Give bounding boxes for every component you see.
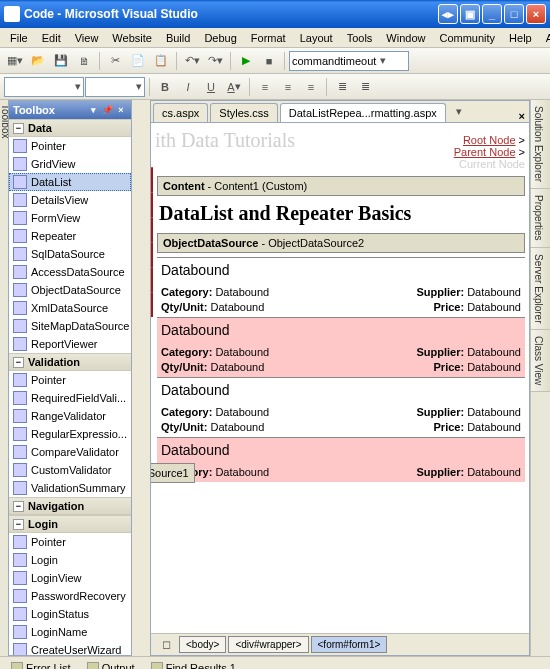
toolbox-item-pointer[interactable]: Pointer xyxy=(9,371,131,389)
document-tab[interactable]: DataListRepea...rmatting.aspx xyxy=(280,103,446,122)
toolbox-titlebar[interactable]: Toolbox ▾ 📌 × xyxy=(9,101,131,119)
toolbox-item-datalist[interactable]: DataList xyxy=(9,173,131,191)
design-canvas[interactable]: ith Data Tutorials Root Node > Parent No… xyxy=(151,123,529,633)
menu-community[interactable]: Community xyxy=(433,30,501,46)
save-button[interactable]: 💾 xyxy=(50,50,72,72)
menu-help[interactable]: Help xyxy=(503,30,538,46)
right-tab-solution-explorer[interactable]: Solution Explorer xyxy=(531,100,550,189)
tag-nav-item[interactable]: <div#wrapper> xyxy=(228,636,308,653)
datalist-row[interactable]: DataboundCategory: DataboundSupplier: Da… xyxy=(157,317,525,377)
cut-button[interactable]: ✂ xyxy=(104,50,126,72)
toolbox-item-rangevalidator[interactable]: RangeValidator xyxy=(9,407,131,425)
numbering-button[interactable]: ≣ xyxy=(354,76,376,98)
toolbox-item-comparevalidator[interactable]: CompareValidator xyxy=(9,443,131,461)
bold-button[interactable]: B xyxy=(154,76,176,98)
stop-button[interactable]: ■ xyxy=(258,50,280,72)
toolbox-item-customvalidator[interactable]: CustomValidator xyxy=(9,461,131,479)
toolbox-item-login[interactable]: Login xyxy=(9,551,131,569)
italic-button[interactable]: I xyxy=(177,76,199,98)
breadcrumb-root[interactable]: Root Node xyxy=(463,134,516,146)
align-center-button[interactable]: ≡ xyxy=(277,76,299,98)
menu-website[interactable]: Website xyxy=(106,30,158,46)
toolbox-item-detailsview[interactable]: DetailsView xyxy=(9,191,131,209)
toolbox-item-sqldatasource[interactable]: SqlDataSource xyxy=(9,245,131,263)
datalist-row[interactable]: DataboundCategory: DataboundSupplier: Da… xyxy=(157,257,525,317)
content-placeholder-bar[interactable]: Content - Content1 (Custom) xyxy=(157,176,525,196)
minimize-button[interactable]: _ xyxy=(482,4,502,24)
toolbox-item-reportviewer[interactable]: ReportViewer xyxy=(9,335,131,353)
menu-layout[interactable]: Layout xyxy=(294,30,339,46)
datalist-row[interactable]: DataboundCategory: DataboundSupplier: Da… xyxy=(157,377,525,437)
run-button[interactable]: ▶ xyxy=(235,50,257,72)
datalist-row[interactable]: DataboundCategory: DataboundSupplier: Da… xyxy=(157,437,525,482)
datalist-preview[interactable]: DataboundCategory: DataboundSupplier: Da… xyxy=(157,257,525,482)
toolbox-item-passwordrecovery[interactable]: PasswordRecovery xyxy=(9,587,131,605)
menu-edit[interactable]: Edit xyxy=(36,30,67,46)
toolbox-item-accessdatasource[interactable]: AccessDataSource xyxy=(9,263,131,281)
size-combo[interactable]: ▾ xyxy=(85,77,145,97)
font-combo[interactable]: ▾ xyxy=(4,77,84,97)
right-tab-server-explorer[interactable]: Server Explorer xyxy=(531,248,550,330)
tag-nav-item[interactable]: <body> xyxy=(179,636,226,653)
bullets-button[interactable]: ≣ xyxy=(331,76,353,98)
objectdatasource-bar[interactable]: ObjectDataSource - ObjectDataSource2 xyxy=(157,233,525,253)
new-item-button[interactable]: ▦▾ xyxy=(4,50,26,72)
toolbox-item-validationsummary[interactable]: ValidationSummary xyxy=(9,479,131,497)
toolbox-dropdown-icon[interactable]: ▾ xyxy=(87,104,99,116)
menu-build[interactable]: Build xyxy=(160,30,196,46)
tag-nav-item[interactable]: <form#form1> xyxy=(311,636,388,653)
unknown-button-1[interactable]: ◂▸ xyxy=(438,4,458,24)
toolbox-item-pointer[interactable]: Pointer xyxy=(9,533,131,551)
redo-button[interactable]: ↷▾ xyxy=(204,50,226,72)
paste-button[interactable]: 📋 xyxy=(150,50,172,72)
close-button[interactable]: × xyxy=(526,4,546,24)
forecolor-button[interactable]: A▾ xyxy=(223,76,245,98)
document-tab[interactable]: cs.aspx xyxy=(153,103,208,122)
toolbox-item-xmldatasource[interactable]: XmlDataSource xyxy=(9,299,131,317)
menu-debug[interactable]: Debug xyxy=(198,30,242,46)
toolbox-pin-icon[interactable]: 📌 xyxy=(101,104,113,116)
toolbox-group-data[interactable]: Data xyxy=(9,119,131,137)
tab-overflow-icon[interactable]: ▾ xyxy=(448,100,470,122)
toolbox-item-loginview[interactable]: LoginView xyxy=(9,569,131,587)
right-tab-class-view[interactable]: Class View xyxy=(531,330,550,392)
menu-addins[interactable]: Addins xyxy=(540,30,550,46)
menu-window[interactable]: Window xyxy=(380,30,431,46)
menu-tools[interactable]: Tools xyxy=(341,30,379,46)
tab-close-icon[interactable]: × xyxy=(519,110,525,122)
breadcrumb-parent[interactable]: Parent Node xyxy=(454,146,516,158)
page-heading[interactable]: DataList and Repeater Basics xyxy=(157,198,525,229)
toolbox-item-loginname[interactable]: LoginName xyxy=(9,623,131,641)
underline-button[interactable]: U xyxy=(200,76,222,98)
bottom-tab-find-results-1[interactable]: Find Results 1 xyxy=(144,659,243,670)
find-combo[interactable]: commandtimeout▾ xyxy=(289,51,409,71)
toolbox-item-requiredfieldvali-[interactable]: RequiredFieldVali... xyxy=(9,389,131,407)
toolbox-item-createuserwizard[interactable]: CreateUserWizard xyxy=(9,641,131,655)
toolbox-item-gridview[interactable]: GridView xyxy=(9,155,131,173)
sitemapdatasource-bar[interactable]: eMapDataSource1 xyxy=(151,463,195,483)
maximize-button[interactable]: □ xyxy=(504,4,524,24)
menu-format[interactable]: Format xyxy=(245,30,292,46)
bottom-tab-error-list[interactable]: Error List xyxy=(4,659,78,670)
tag-nav-root-icon[interactable]: ◻ xyxy=(155,634,177,656)
menu-file[interactable]: File xyxy=(4,30,34,46)
toolbox-group-validation[interactable]: Validation xyxy=(9,353,131,371)
toolbox-item-formview[interactable]: FormView xyxy=(9,209,131,227)
save-all-button[interactable]: 🗎 xyxy=(73,50,95,72)
open-button[interactable]: 📂 xyxy=(27,50,49,72)
copy-button[interactable]: 📄 xyxy=(127,50,149,72)
unknown-button-2[interactable]: ▣ xyxy=(460,4,480,24)
undo-button[interactable]: ↶▾ xyxy=(181,50,203,72)
toolbox-item-sitemapdatasource[interactable]: SiteMapDataSource xyxy=(9,317,131,335)
toolbox-item-objectdatasource[interactable]: ObjectDataSource xyxy=(9,281,131,299)
toolbox-item-pointer[interactable]: Pointer xyxy=(9,137,131,155)
toolbox-group-login[interactable]: Login xyxy=(9,515,131,533)
right-tab-properties[interactable]: Properties xyxy=(531,189,550,248)
toolbox-group-navigation[interactable]: Navigation xyxy=(9,497,131,515)
toolbox-item-regularexpressio-[interactable]: RegularExpressio... xyxy=(9,425,131,443)
align-right-button[interactable]: ≡ xyxy=(300,76,322,98)
toolbox-close-icon[interactable]: × xyxy=(115,104,127,116)
bottom-tab-output[interactable]: Output xyxy=(80,659,142,670)
document-tab[interactable]: Styles.css xyxy=(210,103,278,122)
toolbox-item-loginstatus[interactable]: LoginStatus xyxy=(9,605,131,623)
